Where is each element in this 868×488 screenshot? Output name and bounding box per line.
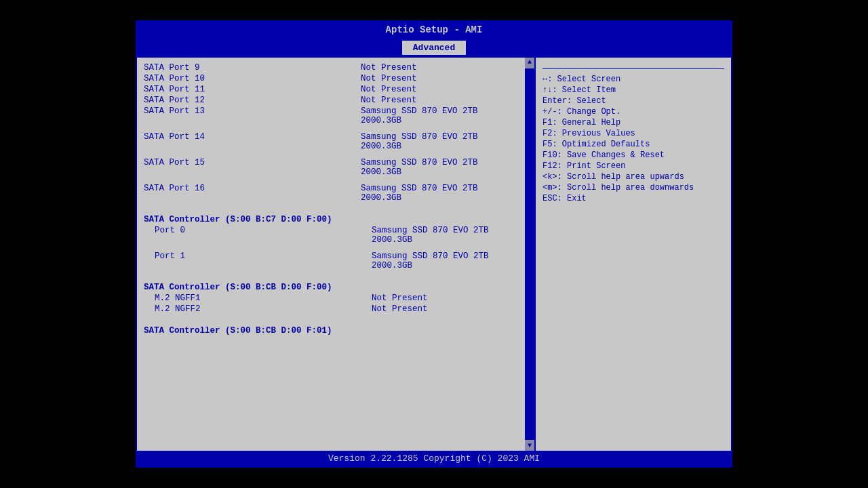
list-item[interactable]: SATA Port 14 Samsung SSD 870 EVO 2TB 200… bbox=[144, 132, 518, 151]
bios-title: Aptio Setup - AMI bbox=[386, 24, 483, 35]
help-f2: F2: Previous Values bbox=[542, 129, 724, 138]
tab-bar: Advanced bbox=[137, 38, 731, 58]
section-header: SATA Controller (S:00 B:C7 D:00 F:00) bbox=[144, 215, 518, 224]
title-bar: Aptio Setup - AMI bbox=[137, 22, 731, 38]
spacer bbox=[144, 246, 518, 251]
scroll-up-button[interactable]: ▲ bbox=[525, 58, 534, 67]
list-item[interactable]: SATA Port 15 Samsung SSD 870 EVO 2TB 200… bbox=[144, 158, 518, 177]
list-item[interactable]: SATA Port 11 Not Present bbox=[144, 85, 518, 94]
spacer bbox=[144, 152, 518, 158]
section-header: SATA Controller (S:00 B:CB D:00 F:00) bbox=[144, 283, 518, 292]
help-panel: ↔: Select Screen ↑↓: Select Item Enter: … bbox=[534, 58, 731, 451]
help-esc: ESC: Exit bbox=[542, 194, 724, 203]
section-header: SATA Controller (S:00 B:CB D:00 F:01) bbox=[144, 326, 518, 336]
help-f1: F1: General Help bbox=[542, 118, 724, 127]
scroll-down-button[interactable]: ▼ bbox=[525, 441, 534, 451]
footer: Version 2.22.1285 Copyright (C) 2023 AMI bbox=[137, 451, 731, 466]
help-divider bbox=[542, 68, 724, 69]
list-item[interactable]: SATA Port 9 Not Present bbox=[144, 63, 518, 73]
help-select-screen: ↔: Select Screen bbox=[542, 75, 724, 84]
list-item[interactable]: SATA Port 12 Not Present bbox=[144, 96, 518, 105]
help-f5: F5: Optimized Defaults bbox=[542, 140, 724, 149]
list-item[interactable]: Port 0 Samsung SSD 870 EVO 2TB 2000.3GB bbox=[144, 226, 518, 245]
list-item[interactable]: Port 1 Samsung SSD 870 EVO 2TB 2000.3GB bbox=[144, 251, 518, 270]
spacer bbox=[144, 315, 518, 321]
help-change-opt: +/-: Change Opt. bbox=[542, 107, 724, 117]
scrollbar-thumb[interactable] bbox=[525, 68, 534, 440]
main-area: SATA Port 9 Not Present SATA Port 10 Not… bbox=[137, 58, 731, 451]
help-f10: F10: Save Changes & Reset bbox=[542, 150, 724, 160]
content-panel: SATA Port 9 Not Present SATA Port 10 Not… bbox=[137, 58, 534, 451]
list-item[interactable]: M.2 NGFF1 Not Present bbox=[144, 293, 518, 303]
spacer bbox=[144, 178, 518, 184]
help-select-item: ↑↓: Select Item bbox=[542, 85, 724, 95]
help-f12: F12: Print Screen bbox=[542, 161, 724, 171]
version-text: Version 2.22.1285 Copyright (C) 2023 AMI bbox=[328, 453, 540, 464]
list-item[interactable]: M.2 NGFF2 Not Present bbox=[144, 304, 518, 314]
help-enter: Enter: Select bbox=[542, 96, 724, 106]
list-item[interactable]: SATA Port 13 Samsung SSD 870 EVO 2TB 200… bbox=[144, 106, 518, 125]
bios-window: Aptio Setup - AMI Advanced SATA Port 9 N… bbox=[136, 20, 732, 468]
list-item[interactable]: SATA Port 16 Samsung SSD 870 EVO 2TB 200… bbox=[144, 184, 518, 203]
spacer bbox=[144, 127, 518, 132]
help-scroll-up: <k>: Scroll help area upwards bbox=[542, 172, 724, 182]
spacer bbox=[144, 204, 518, 209]
scrollbar: ▲ ▼ bbox=[525, 58, 534, 451]
content-list: SATA Port 9 Not Present SATA Port 10 Not… bbox=[137, 58, 525, 451]
spacer bbox=[144, 272, 518, 277]
list-item[interactable]: SATA Port 10 Not Present bbox=[144, 74, 518, 83]
help-scroll-down: <m>: Scroll help area downwards bbox=[542, 183, 724, 192]
tab-advanced[interactable]: Advanced bbox=[402, 41, 466, 55]
